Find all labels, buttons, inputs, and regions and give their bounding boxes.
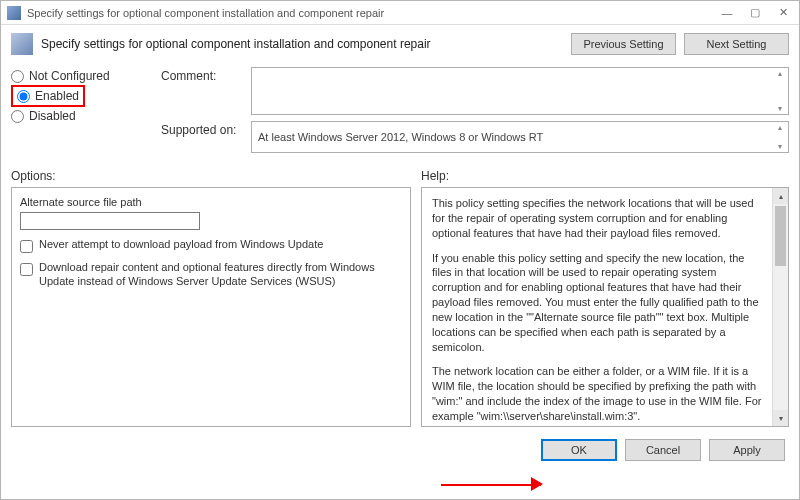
radio-enabled-label: Enabled bbox=[35, 89, 79, 103]
annotation-arrow bbox=[441, 477, 541, 491]
radio-disabled-label: Disabled bbox=[29, 109, 76, 123]
comment-scroll[interactable]: ▴▾ bbox=[773, 69, 787, 113]
scroll-track[interactable] bbox=[773, 268, 788, 410]
help-p1: This policy setting specifies the networ… bbox=[432, 196, 762, 241]
titlebar: Specify settings for optional component … bbox=[1, 1, 799, 25]
radio-not-configured[interactable]: Not Configured bbox=[11, 69, 161, 83]
policy-title: Specify settings for optional component … bbox=[41, 37, 563, 51]
help-p2: If you enable this policy setting and sp… bbox=[432, 251, 762, 355]
supported-on-box: At least Windows Server 2012, Windows 8 … bbox=[251, 121, 789, 153]
scroll-thumb[interactable] bbox=[775, 206, 786, 266]
apply-button[interactable]: Apply bbox=[709, 439, 785, 461]
close-button[interactable]: ✕ bbox=[769, 3, 797, 23]
wsus-input[interactable] bbox=[20, 263, 33, 276]
alt-path-label: Alternate source file path bbox=[20, 196, 402, 208]
supported-on-text: At least Windows Server 2012, Windows 8 … bbox=[258, 131, 543, 143]
options-label: Options: bbox=[11, 169, 411, 183]
supported-label: Supported on: bbox=[161, 121, 251, 153]
scroll-up-icon[interactable]: ▴ bbox=[773, 188, 788, 204]
previous-setting-button[interactable]: Previous Setting bbox=[571, 33, 676, 55]
help-scrollbar[interactable]: ▴ ▾ bbox=[772, 188, 788, 426]
enabled-highlight: Enabled bbox=[11, 85, 85, 107]
window-title: Specify settings for optional component … bbox=[27, 7, 713, 19]
radio-not-configured-label: Not Configured bbox=[29, 69, 110, 83]
supported-scroll[interactable]: ▴▾ bbox=[773, 123, 787, 151]
next-setting-button[interactable]: Next Setting bbox=[684, 33, 789, 55]
policy-large-icon bbox=[11, 33, 33, 55]
help-text: This policy setting specifies the networ… bbox=[422, 188, 772, 426]
radio-disabled[interactable]: Disabled bbox=[11, 109, 161, 123]
comment-label: Comment: bbox=[161, 67, 251, 115]
never-download-input[interactable] bbox=[20, 240, 33, 253]
comment-textarea[interactable]: ▴▾ bbox=[251, 67, 789, 115]
radio-disabled-input[interactable] bbox=[11, 110, 24, 123]
options-panel: Alternate source file path Never attempt… bbox=[11, 187, 411, 427]
radio-enabled[interactable]: Enabled bbox=[17, 89, 79, 103]
never-download-label: Never attempt to download payload from W… bbox=[39, 238, 323, 252]
radio-not-configured-input[interactable] bbox=[11, 70, 24, 83]
radio-enabled-input[interactable] bbox=[17, 90, 30, 103]
maximize-button[interactable]: ▢ bbox=[741, 3, 769, 23]
ok-button[interactable]: OK bbox=[541, 439, 617, 461]
alt-path-input[interactable] bbox=[20, 212, 200, 230]
cancel-button[interactable]: Cancel bbox=[625, 439, 701, 461]
policy-icon bbox=[7, 6, 21, 20]
never-download-checkbox[interactable]: Never attempt to download payload from W… bbox=[20, 238, 402, 253]
help-label: Help: bbox=[421, 169, 789, 183]
wsus-label: Download repair content and optional fea… bbox=[39, 261, 402, 289]
help-p3: The network location can be either a fol… bbox=[432, 364, 762, 423]
state-radio-group: Not Configured Enabled Disabled bbox=[11, 67, 161, 159]
scroll-down-icon[interactable]: ▾ bbox=[773, 410, 788, 426]
minimize-button[interactable]: — bbox=[713, 3, 741, 23]
wsus-checkbox[interactable]: Download repair content and optional fea… bbox=[20, 261, 402, 289]
